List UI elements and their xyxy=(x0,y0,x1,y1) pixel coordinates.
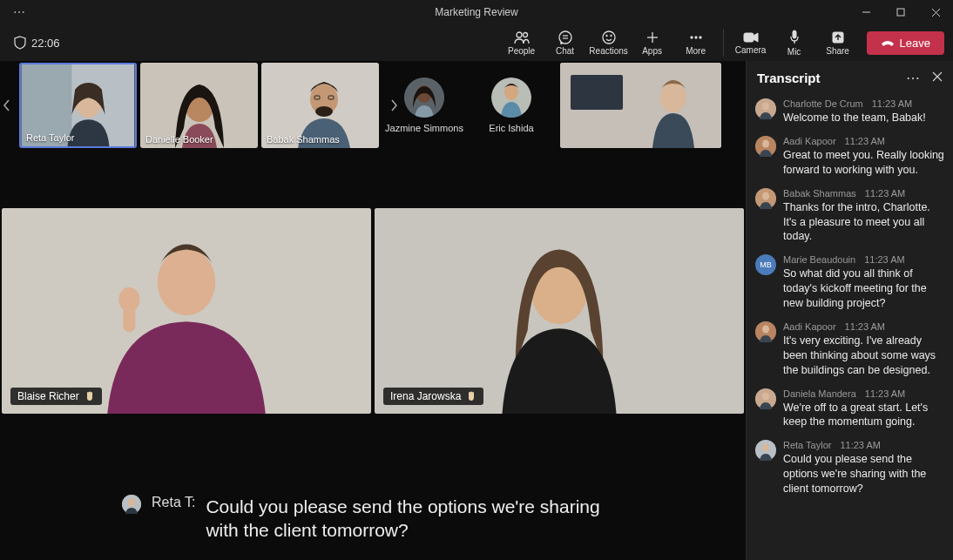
window-title: Marketing Review xyxy=(435,6,517,18)
svg-rect-1 xyxy=(897,9,904,16)
entry-avatar xyxy=(755,440,776,461)
stage: Reta Taylor Danielle Booker Babak Shamma… xyxy=(0,61,746,560)
camera-button[interactable]: Camera xyxy=(729,25,773,60)
entry-text: So what did you all think of today's kic… xyxy=(783,267,944,311)
entry-text: We're off to a great start. Let's keep t… xyxy=(783,401,944,430)
svg-point-45 xyxy=(128,498,135,507)
transcript-entry: Babak Shammas11:23 AMThanks for the intr… xyxy=(755,188,944,245)
svg-rect-17 xyxy=(744,33,754,42)
maximize-button[interactable] xyxy=(883,0,918,24)
plus-icon xyxy=(645,30,659,44)
people-button[interactable]: People xyxy=(500,25,544,60)
reactions-icon xyxy=(602,30,616,44)
svg-point-11 xyxy=(610,35,612,37)
entry-speaker: Reta Taylor xyxy=(783,440,831,450)
thumbnails-row: Reta Taylor Danielle Booker Babak Shamma… xyxy=(0,61,746,150)
svg-point-39 xyxy=(158,248,216,315)
person-photo xyxy=(375,208,744,414)
transcript-more[interactable]: ⋯ xyxy=(906,70,920,86)
chat-button[interactable]: Chat xyxy=(544,25,587,60)
toolbar: 22:06 People Chat Reactions Apps More Ca… xyxy=(0,24,953,61)
caption-text: Could you please send the options we're … xyxy=(206,495,624,543)
raised-hand-icon xyxy=(466,391,476,401)
chat-icon xyxy=(558,30,572,44)
minimize-button[interactable] xyxy=(848,0,883,24)
titlebar: ⋯ Marketing Review xyxy=(0,0,953,24)
entry-time: 11:23 AM xyxy=(845,321,885,332)
svg-point-14 xyxy=(690,36,692,37)
thumbnails-prev[interactable] xyxy=(0,63,14,148)
entry-avatar: MB xyxy=(755,254,776,275)
entry-avatar xyxy=(755,321,776,342)
transcript-entry: Aadi Kapoor11:23 AMGreat to meet you. Re… xyxy=(755,136,944,178)
thumbnail-reta-taylor[interactable]: Reta Taylor xyxy=(19,63,137,148)
svg-point-55 xyxy=(762,325,769,333)
entry-speaker: Daniela Mandera xyxy=(783,388,856,399)
entry-time: 11:23 AM xyxy=(845,136,885,146)
share-button[interactable]: Share xyxy=(816,25,860,60)
transcript-title: Transcript xyxy=(757,71,821,85)
svg-point-57 xyxy=(762,392,769,400)
video-tile-blaise[interactable]: Blaise Richer xyxy=(2,208,371,414)
svg-point-49 xyxy=(762,103,769,111)
svg-point-15 xyxy=(694,36,696,37)
hangup-icon xyxy=(881,38,895,47)
svg-rect-41 xyxy=(123,306,135,332)
live-caption: Reta T: Could you please send the option… xyxy=(0,482,746,560)
leave-button[interactable]: Leave xyxy=(867,31,944,55)
video-tile-irena[interactable]: Irena Jarowska xyxy=(375,208,744,414)
entry-speaker: Marie Beaudouin xyxy=(783,254,855,265)
svg-point-5 xyxy=(523,32,527,37)
more-icon xyxy=(689,30,703,44)
transcript-body[interactable]: Charlotte De Crum11:23 AMWelcome to the … xyxy=(747,95,953,560)
thumbnail-babak-shammas[interactable]: Babak Shammas xyxy=(261,63,379,148)
svg-point-59 xyxy=(762,444,769,452)
transcript-panel: Transcript ⋯ Charlotte De Crum11:23 AMWe… xyxy=(746,61,953,560)
entry-time: 11:23 AM xyxy=(864,254,904,265)
entry-text: Great to meet you. Really looking forwar… xyxy=(783,148,944,178)
thumbnail-eric-ishida[interactable]: Eric Ishida xyxy=(470,78,553,133)
menu-dots[interactable]: ⋯ xyxy=(0,5,25,19)
transcript-close[interactable] xyxy=(932,70,943,86)
entry-speaker: Aadi Kapoor xyxy=(783,136,836,146)
transcript-entry: Daniela Mandera11:23 AMWe're off to a gr… xyxy=(755,388,944,430)
thumbnails-next[interactable] xyxy=(387,63,401,148)
window-controls xyxy=(848,0,953,24)
share-icon xyxy=(831,30,845,44)
entry-avatar xyxy=(755,388,776,409)
thumbnail-large[interactable] xyxy=(560,63,721,148)
entry-avatar xyxy=(755,136,776,157)
mic-icon xyxy=(788,30,801,45)
camera-icon xyxy=(743,31,759,44)
person-photo xyxy=(2,208,371,414)
avatar-photo xyxy=(404,78,444,118)
caption-avatar xyxy=(122,495,141,514)
entry-speaker: Babak Shammas xyxy=(783,188,856,199)
shield-icon xyxy=(14,36,26,50)
svg-point-53 xyxy=(762,192,769,199)
entry-text: Welcome to the team, Babak! xyxy=(783,111,944,125)
svg-point-34 xyxy=(504,84,518,100)
entry-time: 11:23 AM xyxy=(865,388,905,399)
svg-point-6 xyxy=(559,31,571,44)
transcript-entry: Charlotte De Crum11:23 AMWelcome to the … xyxy=(755,98,944,125)
entry-avatar xyxy=(755,98,776,119)
name-tag: Blaise Richer xyxy=(10,388,102,405)
video-grid: Blaise Richer Irena Jarowska xyxy=(0,206,746,482)
thumbnail-danielle-booker[interactable]: Danielle Booker xyxy=(140,63,258,148)
svg-point-16 xyxy=(699,36,700,37)
more-button[interactable]: More xyxy=(674,25,718,60)
entry-avatar xyxy=(755,188,776,209)
person-photo xyxy=(560,63,721,148)
entry-speaker: Charlotte De Crum xyxy=(783,98,863,109)
reactions-button[interactable]: Reactions xyxy=(587,25,631,60)
close-button[interactable] xyxy=(918,0,953,24)
svg-point-51 xyxy=(762,139,769,147)
entry-speaker: Aadi Kapoor xyxy=(783,321,836,332)
svg-point-10 xyxy=(605,35,607,37)
svg-rect-18 xyxy=(793,30,796,38)
svg-point-37 xyxy=(660,83,686,112)
apps-button[interactable]: Apps xyxy=(631,25,674,60)
entry-text: It's very exciting. I've already been th… xyxy=(783,334,944,378)
mic-button[interactable]: Mic xyxy=(773,25,816,60)
